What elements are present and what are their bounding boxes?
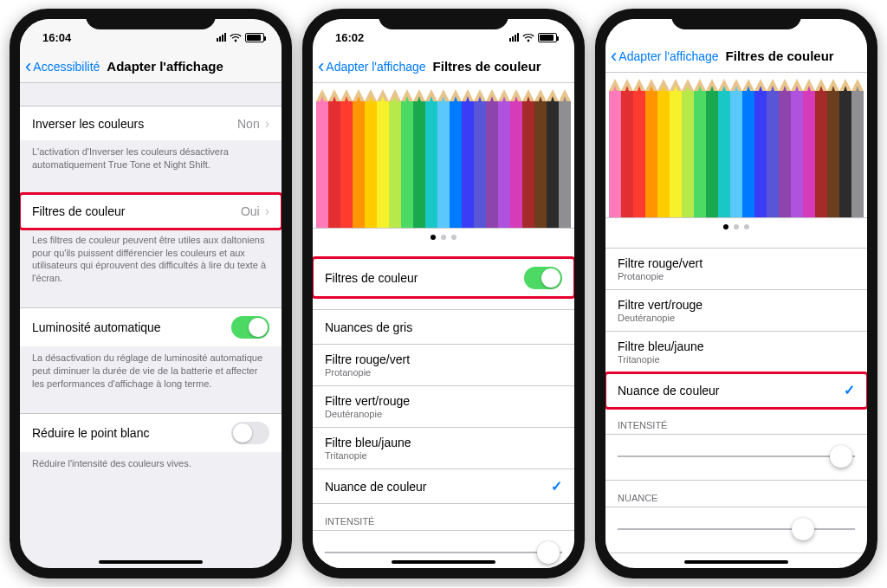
back-chevron-icon[interactable]: ‹ bbox=[611, 47, 617, 66]
pencil-icon bbox=[767, 79, 779, 217]
phone-frame-3: ‹ Adapter l'affichage Filtres de couleur… bbox=[595, 9, 877, 578]
row-sublabel: Protanopie bbox=[618, 271, 702, 281]
row-label: Filtre rouge/vert bbox=[325, 352, 410, 366]
pencil-icon bbox=[682, 79, 694, 217]
row-sublabel: Protanopie bbox=[325, 367, 410, 378]
pencil-icon bbox=[815, 79, 827, 217]
switch-color-filters[interactable] bbox=[524, 267, 562, 289]
back-button[interactable]: Adapter l'affichage bbox=[326, 60, 425, 74]
row-label: Filtres de couleur bbox=[32, 204, 125, 218]
row-color-filter-toggle[interactable]: Filtres de couleur bbox=[313, 258, 574, 297]
section-header-intensity: INTENSITÉ bbox=[605, 408, 867, 434]
pencil-icon bbox=[425, 89, 437, 228]
pencil-icon bbox=[328, 89, 340, 228]
pencil-icon bbox=[353, 89, 365, 228]
row-reduce-white-point[interactable]: Réduire le point blanc bbox=[20, 413, 282, 452]
wifi-icon bbox=[230, 33, 242, 42]
switch-reduce-white-point[interactable] bbox=[231, 422, 269, 444]
row-sublabel: Tritanopie bbox=[325, 450, 411, 461]
filter-option-row[interactable]: Filtre rouge/vertProtanopie bbox=[313, 345, 574, 386]
section-header-intensity: INTENSITÉ bbox=[313, 504, 574, 530]
row-auto-brightness[interactable]: Luminosité automatique bbox=[20, 307, 282, 346]
row-sublabel: Deutéranopie bbox=[325, 409, 410, 419]
page-dots[interactable] bbox=[313, 229, 574, 246]
row-label: Nuance de couleur bbox=[618, 384, 720, 397]
pencil-icon bbox=[389, 89, 401, 228]
pencil-icon bbox=[522, 89, 534, 228]
back-button[interactable]: Adapter l'affichage bbox=[618, 49, 718, 63]
row-label: Luminosité automatique bbox=[32, 320, 161, 334]
notch bbox=[86, 9, 216, 29]
battery-icon bbox=[245, 33, 264, 42]
filter-option-row[interactable]: Nuance de couleur✓ bbox=[605, 373, 867, 408]
filter-option-row[interactable]: Filtre bleu/jauneTritanopie bbox=[605, 332, 867, 373]
row-value: Oui bbox=[241, 204, 260, 218]
pencil-icon bbox=[609, 79, 621, 217]
row-invert-colors[interactable]: Inverser les couleurs Non › bbox=[20, 106, 282, 140]
row-label: Filtre bleu/jaune bbox=[325, 436, 411, 449]
row-sublabel: Tritanopie bbox=[618, 354, 704, 365]
phone-frame-2: 16:02 ‹ Adapter l'affichage Filtres de c… bbox=[302, 9, 585, 578]
pencil-icon bbox=[742, 79, 754, 217]
row-sublabel: Deutéranopie bbox=[618, 313, 702, 323]
status-time: 16:02 bbox=[335, 31, 364, 44]
pencil-icon bbox=[437, 89, 450, 228]
pencil-icon bbox=[657, 79, 670, 217]
pencils-preview bbox=[605, 73, 867, 218]
chevron-right-icon: › bbox=[265, 204, 269, 219]
nav-title: Adapter l'affichage bbox=[107, 59, 223, 74]
pencil-icon bbox=[803, 79, 815, 217]
pencil-icon bbox=[754, 79, 767, 217]
row-label: Filtre bleu/jaune bbox=[618, 339, 704, 353]
status-time: 16:04 bbox=[42, 31, 71, 44]
pencil-icon bbox=[694, 79, 706, 217]
row-color-filters[interactable]: Filtres de couleur Oui › bbox=[20, 194, 282, 229]
back-chevron-icon[interactable]: ‹ bbox=[318, 57, 324, 76]
back-button[interactable]: Accessibilité bbox=[33, 60, 100, 74]
pencil-icon bbox=[498, 89, 510, 228]
home-indicator[interactable] bbox=[99, 560, 203, 564]
pencil-icon bbox=[462, 89, 474, 228]
row-label: Inverser les couleurs bbox=[32, 117, 144, 131]
pencil-icon bbox=[486, 89, 498, 228]
page-dots[interactable] bbox=[605, 218, 867, 236]
pencil-icon bbox=[365, 89, 377, 228]
home-indicator[interactable] bbox=[392, 560, 495, 564]
pencils-preview bbox=[313, 83, 574, 229]
row-label: Nuances de gris bbox=[325, 320, 412, 334]
footer-text: L'activation d'Inverser les couleurs dés… bbox=[20, 140, 282, 171]
footer-text: Les filtres de couleur peuvent être util… bbox=[20, 229, 282, 285]
row-label: Filtre rouge/vert bbox=[618, 256, 702, 270]
home-indicator[interactable] bbox=[684, 560, 788, 564]
row-label: Filtres de couleur bbox=[325, 271, 418, 285]
chevron-right-icon: › bbox=[265, 116, 269, 132]
phone-frame-1: 16:04 ‹ Accessibilité Adapter l'affichag… bbox=[10, 9, 292, 578]
notch bbox=[671, 9, 801, 29]
filter-option-row[interactable]: Filtre bleu/jauneTritanopie bbox=[313, 428, 574, 469]
slider-intensity[interactable] bbox=[605, 434, 867, 481]
checkmark-icon: ✓ bbox=[551, 478, 562, 494]
nav-bar: ‹ Adapter l'affichage Filtres de couleur bbox=[313, 50, 574, 83]
nav-title: Filtres de couleur bbox=[726, 48, 834, 63]
filter-options-group: Nuances de grisFiltre rouge/vertProtanop… bbox=[313, 309, 574, 504]
filter-option-row[interactable]: Filtre rouge/vertProtanopie bbox=[605, 249, 867, 290]
filter-option-row[interactable]: Nuance de couleur✓ bbox=[313, 469, 574, 504]
row-label: Nuance de couleur bbox=[325, 480, 427, 494]
pencil-icon bbox=[645, 79, 657, 217]
slider-tint[interactable] bbox=[605, 507, 867, 553]
pencil-icon bbox=[450, 89, 462, 228]
filter-option-row[interactable]: Filtre vert/rougeDeutéranopie bbox=[605, 290, 867, 332]
pencil-icon bbox=[839, 79, 851, 217]
back-chevron-icon[interactable]: ‹ bbox=[25, 57, 31, 76]
pencil-icon bbox=[827, 79, 839, 217]
battery-icon bbox=[538, 33, 557, 42]
cellular-icon bbox=[509, 33, 519, 42]
switch-auto-brightness[interactable] bbox=[231, 316, 269, 339]
filter-option-row[interactable]: Nuances de gris bbox=[313, 310, 574, 345]
notch bbox=[379, 9, 508, 29]
filter-option-row[interactable]: Filtre vert/rougeDeutéranopie bbox=[313, 386, 574, 428]
pencil-icon bbox=[791, 79, 803, 217]
footer-text: La désactivation du réglage de luminosit… bbox=[20, 346, 282, 391]
pencil-icon bbox=[534, 89, 547, 228]
nav-bar: ‹ Adapter l'affichage Filtres de couleur bbox=[605, 40, 867, 73]
